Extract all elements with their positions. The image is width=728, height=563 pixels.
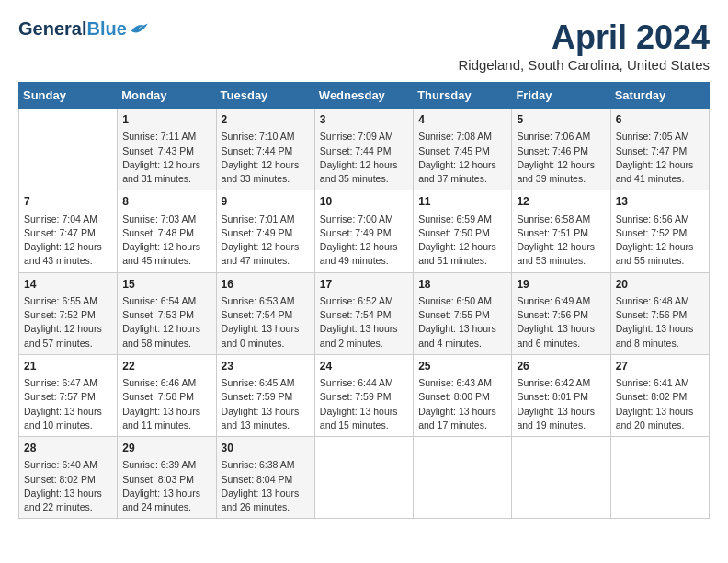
calendar-cell (610, 437, 709, 519)
day-number: 8 (122, 194, 210, 210)
day-number: 17 (320, 277, 408, 293)
day-number: 26 (517, 359, 605, 374)
weekday-header-wednesday: Wednesday (314, 83, 413, 109)
day-info: Sunrise: 6:52 AM Sunset: 7:54 PM Dayligh… (320, 294, 408, 350)
day-number: 16 (222, 277, 310, 293)
day-number: 15 (122, 277, 210, 293)
day-info: Sunrise: 6:44 AM Sunset: 7:59 PM Dayligh… (320, 376, 408, 432)
day-info: Sunrise: 6:56 AM Sunset: 7:52 PM Dayligh… (616, 213, 704, 269)
day-number: 14 (24, 277, 112, 293)
day-number: 30 (222, 441, 310, 456)
calendar-cell: 25Sunrise: 6:43 AM Sunset: 8:00 PM Dayli… (414, 354, 512, 436)
day-info: Sunrise: 7:11 AM Sunset: 7:43 PM Dayligh… (122, 130, 210, 186)
calendar-cell: 28Sunrise: 6:40 AM Sunset: 8:02 PM Dayli… (19, 437, 118, 519)
month-title: April 2024 (458, 18, 710, 57)
day-info: Sunrise: 7:10 AM Sunset: 7:44 PM Dayligh… (222, 130, 310, 186)
day-number: 29 (122, 441, 210, 456)
day-info: Sunrise: 6:50 AM Sunset: 7:55 PM Dayligh… (418, 294, 506, 350)
day-info: Sunrise: 7:06 AM Sunset: 7:46 PM Dayligh… (517, 130, 605, 186)
calendar-cell (19, 109, 118, 190)
calendar-cell: 26Sunrise: 6:42 AM Sunset: 8:01 PM Dayli… (512, 354, 610, 436)
calendar-cell: 5Sunrise: 7:06 AM Sunset: 7:46 PM Daylig… (512, 109, 610, 190)
day-number: 9 (222, 194, 310, 210)
calendar-cell: 29Sunrise: 6:39 AM Sunset: 8:03 PM Dayli… (118, 437, 216, 519)
day-number: 22 (122, 359, 210, 374)
calendar-cell: 4Sunrise: 7:08 AM Sunset: 7:45 PM Daylig… (414, 109, 512, 190)
calendar-cell: 22Sunrise: 6:46 AM Sunset: 7:58 PM Dayli… (118, 354, 216, 436)
day-info: Sunrise: 6:55 AM Sunset: 7:52 PM Dayligh… (24, 294, 112, 350)
day-number: 28 (24, 441, 112, 456)
calendar-cell: 14Sunrise: 6:55 AM Sunset: 7:52 PM Dayli… (19, 272, 118, 354)
day-number: 18 (418, 277, 506, 293)
calendar-cell: 7Sunrise: 7:04 AM Sunset: 7:47 PM Daylig… (19, 190, 118, 272)
calendar-cell: 8Sunrise: 7:03 AM Sunset: 7:48 PM Daylig… (118, 190, 216, 272)
day-number: 3 (320, 112, 408, 128)
day-info: Sunrise: 6:49 AM Sunset: 7:56 PM Dayligh… (517, 294, 605, 350)
day-number: 10 (320, 194, 408, 210)
calendar-cell: 30Sunrise: 6:38 AM Sunset: 8:04 PM Dayli… (216, 437, 314, 519)
day-number: 19 (517, 277, 605, 293)
calendar-cell (314, 437, 413, 519)
calendar-cell: 19Sunrise: 6:49 AM Sunset: 7:56 PM Dayli… (512, 272, 610, 354)
calendar-cell: 18Sunrise: 6:50 AM Sunset: 7:55 PM Dayli… (414, 272, 512, 354)
day-number: 4 (418, 112, 506, 128)
calendar-cell: 24Sunrise: 6:44 AM Sunset: 7:59 PM Dayli… (314, 354, 413, 436)
logo: GeneralBlue (18, 18, 149, 39)
day-info: Sunrise: 6:59 AM Sunset: 7:50 PM Dayligh… (418, 213, 506, 269)
weekday-header-friday: Friday (512, 83, 610, 109)
calendar-cell: 1Sunrise: 7:11 AM Sunset: 7:43 PM Daylig… (118, 109, 216, 190)
calendar-cell: 6Sunrise: 7:05 AM Sunset: 7:47 PM Daylig… (610, 109, 709, 190)
weekday-header-tuesday: Tuesday (216, 83, 314, 109)
calendar-cell: 17Sunrise: 6:52 AM Sunset: 7:54 PM Dayli… (314, 272, 413, 354)
calendar-cell (512, 437, 610, 519)
calendar-cell: 27Sunrise: 6:41 AM Sunset: 8:02 PM Dayli… (610, 354, 709, 436)
weekday-header-sunday: Sunday (19, 83, 118, 109)
day-info: Sunrise: 6:42 AM Sunset: 8:01 PM Dayligh… (517, 376, 605, 432)
calendar-cell: 11Sunrise: 6:59 AM Sunset: 7:50 PM Dayli… (414, 190, 512, 272)
day-info: Sunrise: 6:58 AM Sunset: 7:51 PM Dayligh… (517, 213, 605, 269)
day-number: 24 (320, 359, 408, 374)
day-info: Sunrise: 7:08 AM Sunset: 7:45 PM Dayligh… (418, 130, 506, 186)
title-block: April 2024 Ridgeland, South Carolina, Un… (458, 18, 710, 73)
calendar-cell: 10Sunrise: 7:00 AM Sunset: 7:49 PM Dayli… (314, 190, 413, 272)
calendar-cell: 3Sunrise: 7:09 AM Sunset: 7:44 PM Daylig… (314, 109, 413, 190)
logo-general: GeneralBlue (18, 19, 127, 38)
day-info: Sunrise: 6:38 AM Sunset: 8:04 PM Dayligh… (222, 458, 310, 514)
calendar-cell: 20Sunrise: 6:48 AM Sunset: 7:56 PM Dayli… (610, 272, 709, 354)
day-info: Sunrise: 7:01 AM Sunset: 7:49 PM Dayligh… (222, 213, 310, 269)
location: Ridgeland, South Carolina, United States (458, 57, 710, 73)
day-number: 2 (222, 112, 310, 128)
day-info: Sunrise: 7:03 AM Sunset: 7:48 PM Dayligh… (122, 213, 210, 269)
day-number: 20 (616, 277, 704, 293)
day-info: Sunrise: 6:48 AM Sunset: 7:56 PM Dayligh… (616, 294, 704, 350)
day-info: Sunrise: 7:04 AM Sunset: 7:47 PM Dayligh… (24, 213, 112, 269)
day-info: Sunrise: 6:46 AM Sunset: 7:58 PM Dayligh… (122, 376, 210, 432)
day-info: Sunrise: 6:53 AM Sunset: 7:54 PM Dayligh… (222, 294, 310, 350)
calendar-table: SundayMondayTuesdayWednesdayThursdayFrid… (18, 82, 710, 519)
day-number: 23 (222, 359, 310, 374)
day-info: Sunrise: 7:00 AM Sunset: 7:49 PM Dayligh… (320, 213, 408, 269)
calendar-cell: 15Sunrise: 6:54 AM Sunset: 7:53 PM Dayli… (118, 272, 216, 354)
day-info: Sunrise: 6:43 AM Sunset: 8:00 PM Dayligh… (418, 376, 506, 432)
weekday-header-thursday: Thursday (414, 83, 512, 109)
day-number: 25 (418, 359, 506, 374)
calendar-cell: 2Sunrise: 7:10 AM Sunset: 7:44 PM Daylig… (216, 109, 314, 190)
day-number: 21 (24, 359, 112, 374)
day-info: Sunrise: 6:45 AM Sunset: 7:59 PM Dayligh… (222, 376, 310, 432)
day-number: 6 (616, 112, 704, 128)
day-number: 12 (517, 194, 605, 210)
calendar-cell: 12Sunrise: 6:58 AM Sunset: 7:51 PM Dayli… (512, 190, 610, 272)
calendar-cell: 13Sunrise: 6:56 AM Sunset: 7:52 PM Dayli… (610, 190, 709, 272)
day-number: 1 (122, 112, 210, 128)
weekday-header-saturday: Saturday (610, 83, 709, 109)
weekday-header-monday: Monday (118, 83, 216, 109)
day-info: Sunrise: 7:09 AM Sunset: 7:44 PM Dayligh… (320, 130, 408, 186)
day-number: 13 (616, 194, 704, 210)
day-number: 11 (418, 194, 506, 210)
logo-bird-icon (129, 18, 149, 39)
calendar-cell: 9Sunrise: 7:01 AM Sunset: 7:49 PM Daylig… (216, 190, 314, 272)
day-info: Sunrise: 6:40 AM Sunset: 8:02 PM Dayligh… (24, 458, 112, 514)
day-number: 7 (24, 194, 112, 210)
page-header: GeneralBlue April 2024 Ridgeland, South … (18, 18, 710, 73)
day-info: Sunrise: 6:39 AM Sunset: 8:03 PM Dayligh… (122, 458, 210, 514)
